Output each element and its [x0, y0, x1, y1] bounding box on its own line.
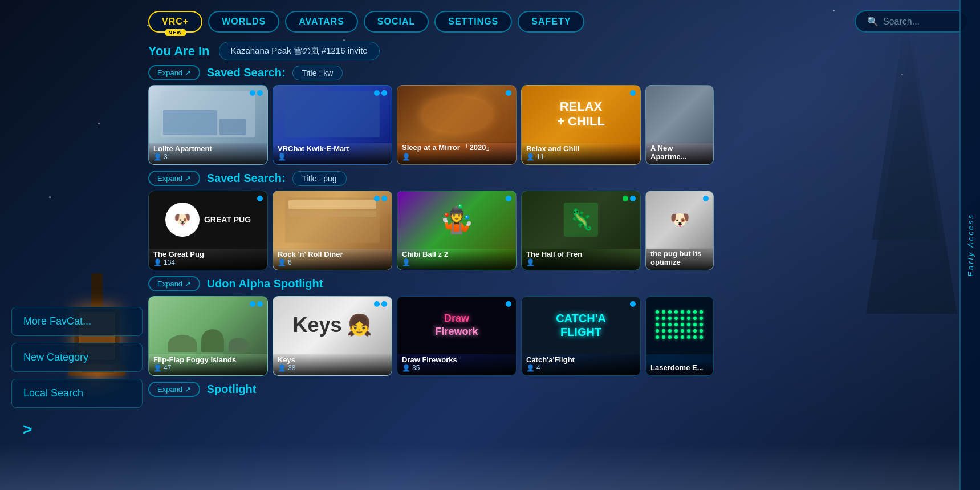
nav-avatars[interactable]: AVATARS	[285, 11, 358, 33]
world-name: Relax and Chill	[526, 144, 636, 153]
world-name: Flip-Flap Foggy Islands	[153, 355, 263, 364]
status-dot	[374, 301, 380, 307]
status-dot	[257, 301, 263, 307]
content-area: VRC+ NEW WORLDS AVATARS SOCIAL SETTINGS …	[143, 0, 980, 490]
status-dot	[250, 301, 255, 307]
you-are-in-label: You Are In	[148, 44, 210, 59]
world-card-greatpug[interactable]: 🐶 GREAT PUG The Great Pug 👤134	[148, 191, 268, 270]
world-name: Keys	[278, 355, 387, 364]
user-icon: 👤	[526, 153, 535, 161]
world-card-overlay: VRChat Kwik-E-Mart 👤	[273, 142, 392, 164]
expand-spotlight-button[interactable]: Expand ↗	[148, 382, 200, 397]
spotlight-title: Spotlight	[207, 383, 257, 396]
world-name: Catch'a'Flight	[526, 355, 636, 364]
world-card-overlay: A New Apartme...	[646, 141, 713, 164]
dot-indicator	[623, 196, 636, 201]
local-search-button[interactable]: Local Search	[11, 379, 143, 408]
search-icon: 🔍	[867, 16, 879, 27]
dot-indicator	[506, 301, 511, 307]
dot-indicator	[506, 90, 511, 96]
status-dot	[703, 196, 709, 201]
you-are-in-row: You Are In Kazahana Peak 雪の嵐 #1216 invit…	[148, 42, 969, 60]
dot-indicator	[250, 90, 263, 96]
world-users: 👤35	[402, 364, 511, 372]
world-card-lolite[interactable]: Lolite Apartment 👤3	[148, 85, 268, 165]
world-card-rocknroll[interactable]: Rock 'n' Roll Diner 👤6	[273, 191, 392, 270]
search-bar[interactable]: 🔍 Search...	[855, 10, 969, 33]
expand-pug-label: Expand ↗	[157, 174, 191, 183]
dot-indicator	[630, 301, 636, 307]
dot-indicator	[703, 196, 709, 201]
sidebar-arrow[interactable]: >	[11, 415, 143, 444]
nav-vrc-plus[interactable]: VRC+ NEW	[148, 11, 202, 33]
sidebar: More FavCat... New Category Local Search…	[0, 0, 143, 490]
world-card-overlay: The Hall of Fren 👤	[522, 248, 640, 270]
world-card-relax[interactable]: RELAX+ CHILL Relax and Chill 👤11	[521, 85, 641, 165]
world-users: 👤134	[153, 258, 263, 266]
nav-worlds[interactable]: WORLDS	[208, 11, 279, 33]
world-card-catcha[interactable]: CATCH'AFLIGHT Catch'a'Flight 👤4	[521, 296, 641, 376]
laser-dots	[656, 310, 704, 340]
early-access-label: Early Access	[966, 213, 975, 277]
world-card-flipflap[interactable]: Flip-Flap Foggy Islands 👤47	[148, 296, 268, 376]
status-dot	[374, 196, 380, 201]
saved-search-kw-title: Saved Search:	[207, 66, 286, 79]
world-users: 👤	[526, 258, 636, 266]
world-card-overlay: the pug but its optimize	[646, 247, 713, 270]
world-card-sleep[interactable]: Sleep at a Mirror 「2020」 👤	[397, 85, 517, 165]
location-badge[interactable]: Kazahana Peak 雪の嵐 #1216 invite	[219, 42, 380, 60]
world-card-overlay: Chibi Ball z 2 👤	[397, 248, 516, 270]
world-users: 👤4	[526, 364, 636, 372]
section-saved-pug: Expand ↗ Saved Search: Title : pug 🐶 GRE…	[148, 171, 969, 270]
nav-social[interactable]: SOCIAL	[364, 11, 429, 33]
world-card-overlay: Flip-Flap Foggy Islands 👤47	[149, 353, 267, 375]
saved-search-pug-title: Saved Search:	[207, 172, 286, 185]
expand-pug-button[interactable]: Expand ↗	[148, 171, 200, 186]
world-card-overlay: Sleep at a Mirror 「2020」 👤	[397, 140, 516, 164]
user-icon: 👤	[153, 153, 162, 161]
status-dot	[381, 196, 387, 201]
world-card-overlay: Draw Fireworks 👤35	[397, 353, 516, 375]
nav-settings[interactable]: SETTINGS	[434, 11, 512, 33]
world-card-kwik[interactable]: VRChat Kwik-E-Mart 👤	[273, 85, 392, 165]
section-header-kw: Expand ↗ Saved Search: Title : kw	[148, 65, 969, 80]
dot-indicator	[630, 90, 636, 96]
world-name: Sleep at a Mirror 「2020」	[402, 143, 511, 153]
world-name: Laserdome E...	[650, 363, 709, 372]
status-dot	[381, 301, 387, 307]
status-dot	[623, 196, 628, 201]
dot-indicator	[374, 90, 387, 96]
world-card-pugbut[interactable]: 🐶 the pug but its optimize	[645, 191, 714, 270]
world-card-draw[interactable]: Draw Firework Draw Fireworks 👤35	[397, 296, 517, 376]
status-dot	[374, 90, 380, 96]
expand-kw-button[interactable]: Expand ↗	[148, 65, 200, 80]
world-card-chibi[interactable]: 🤹 Chibi Ball z 2 👤	[397, 191, 517, 270]
world-card-overlay: Lolite Apartment 👤3	[149, 142, 267, 164]
world-card-keys[interactable]: Keys 👧 Keys 👤38	[273, 296, 392, 376]
world-users: 👤	[278, 153, 387, 161]
world-users: 👤38	[278, 364, 387, 372]
more-favcats-button[interactable]: More FavCat...	[11, 307, 143, 336]
udon-title: Udon Alpha Spotlight	[207, 277, 323, 290]
world-card-apartment[interactable]: A New Apartme...	[645, 85, 714, 165]
new-category-button[interactable]: New Category	[11, 343, 143, 372]
status-dot	[630, 301, 636, 307]
world-name: the pug but its optimize	[650, 249, 709, 266]
status-dot	[506, 196, 511, 201]
world-name: A New Apartme...	[650, 144, 709, 161]
nav-safety[interactable]: SAFETY	[518, 11, 584, 33]
world-card-hallfren[interactable]: 🦎 The Hall of Fren 👤	[521, 191, 641, 270]
world-users: 👤3	[153, 153, 263, 161]
section-spotlight: Expand ↗ Spotlight	[148, 382, 969, 402]
status-dot	[250, 90, 255, 96]
section-header-udon: Expand ↗ Udon Alpha Spotlight	[148, 276, 969, 291]
expand-udon-button[interactable]: Expand ↗	[148, 276, 200, 291]
user-icon: 👤	[278, 153, 286, 161]
dot-indicator	[250, 301, 263, 307]
world-card-laser[interactable]: Laserdome E...	[645, 296, 714, 376]
dot-indicator	[257, 196, 263, 201]
worlds-row-kw: Lolite Apartment 👤3	[148, 85, 969, 165]
world-card-overlay: Laserdome E...	[646, 361, 713, 375]
world-name: The Hall of Fren	[526, 250, 636, 258]
world-card-overlay: Keys 👤38	[273, 353, 392, 375]
